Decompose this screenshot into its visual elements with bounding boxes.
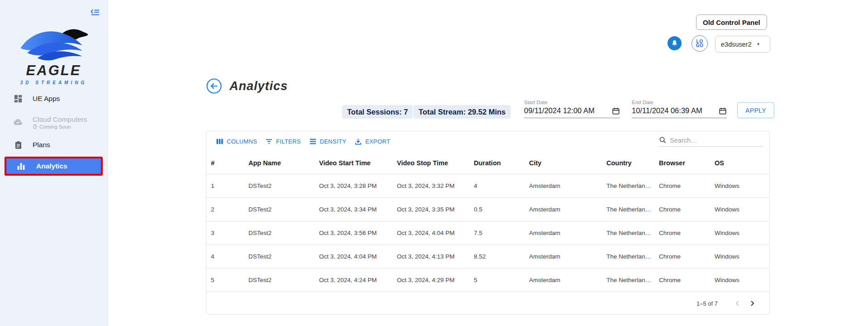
bar-chart-icon bbox=[15, 161, 26, 172]
eagle-logo-icon bbox=[17, 26, 91, 64]
start-date-field: Start Date 09/11/2024 12:00 AM bbox=[524, 100, 620, 118]
sidebar-item-plans[interactable]: Plans bbox=[0, 136, 108, 154]
clock-icon bbox=[33, 124, 38, 129]
previous-page-button[interactable] bbox=[730, 296, 745, 311]
page-header: Analytics bbox=[206, 78, 288, 94]
table-toolbar: COLUMNS FILTERS DENSIT bbox=[206, 131, 769, 152]
calendar-icon[interactable] bbox=[612, 107, 620, 115]
column-header[interactable]: Video Start Time bbox=[319, 159, 397, 167]
sidebar-item-analytics[interactable]: Analytics bbox=[5, 157, 103, 176]
sidebar-item-label: Cloud Computers bbox=[33, 115, 87, 123]
column-header[interactable]: Browser bbox=[659, 159, 715, 167]
username-label: e3dsuser2 bbox=[721, 41, 752, 48]
clipboard-icon bbox=[13, 139, 24, 150]
main-content: Old Control Panel LO GO e3dsuser2 ▾ bbox=[108, 0, 868, 326]
chevron-left-icon bbox=[734, 299, 742, 307]
page-title: Analytics bbox=[229, 79, 288, 93]
table-row[interactable]: 5 DSTest2 Oct 3, 2024, 4:24 PM Oct 3, 20… bbox=[206, 268, 769, 292]
brand-tagline: 3D STREAMING bbox=[14, 80, 94, 85]
sidebar-item-label: Plans bbox=[33, 141, 50, 149]
dashboard-grid-icon bbox=[13, 93, 24, 104]
table-row[interactable]: 4 DSTest2 Oct 3, 2024, 4:04 PM Oct 3, 20… bbox=[206, 245, 769, 268]
table-row[interactable]: 1 DSTest2 Oct 3, 2024, 3:28 PM Oct 3, 20… bbox=[206, 174, 769, 198]
sidebar: EAGLE 3D STREAMING UE Apps bbox=[0, 0, 108, 326]
sidebar-item-ue-apps[interactable]: UE Apps bbox=[0, 90, 108, 108]
pagination-range: 1–5 of 7 bbox=[696, 300, 718, 307]
account-logo-badge[interactable]: LO GO bbox=[692, 35, 708, 52]
columns-button[interactable]: COLUMNS bbox=[212, 135, 261, 148]
total-sessions-badge: Total Sessions: 7 bbox=[342, 105, 413, 119]
end-date-label: End Date bbox=[632, 100, 727, 105]
chevron-down-icon: ▾ bbox=[757, 41, 760, 47]
table-footer: 1–5 of 7 bbox=[206, 292, 769, 315]
next-page-button[interactable] bbox=[745, 296, 759, 311]
apply-button[interactable]: APPLY bbox=[737, 102, 774, 118]
sidebar-collapse-icon[interactable] bbox=[89, 7, 101, 19]
brand-name: EAGLE bbox=[14, 62, 94, 79]
download-icon bbox=[354, 138, 362, 145]
column-header[interactable]: OS bbox=[715, 159, 769, 167]
analytics-table-card: COLUMNS FILTERS DENSIT bbox=[206, 131, 770, 315]
end-date-field: End Date 10/11/2024 06:39 AM bbox=[632, 100, 727, 118]
column-header[interactable]: # bbox=[211, 159, 248, 167]
export-button[interactable]: EXPORT bbox=[350, 135, 394, 148]
bell-icon bbox=[671, 39, 678, 47]
search-box bbox=[659, 136, 763, 147]
old-control-panel-button[interactable]: Old Control Panel bbox=[696, 14, 767, 30]
column-header[interactable]: App Name bbox=[248, 159, 319, 167]
sidebar-item-cloud-computers: Cloud Computers Coming Soon bbox=[0, 111, 108, 133]
user-menu-dropdown[interactable]: e3dsuser2 ▾ bbox=[715, 36, 770, 53]
back-button[interactable] bbox=[206, 78, 222, 94]
end-date-input[interactable]: 10/11/2024 06:39 AM bbox=[632, 106, 727, 118]
sidebar-item-label: Analytics bbox=[36, 162, 67, 170]
density-icon bbox=[309, 138, 317, 145]
calendar-icon[interactable] bbox=[719, 107, 727, 115]
coming-soon-badge: Coming Soon bbox=[33, 124, 87, 129]
back-arrow-icon bbox=[206, 78, 222, 94]
column-header[interactable]: City bbox=[529, 159, 606, 167]
column-header[interactable]: Duration bbox=[474, 159, 529, 167]
columns-icon bbox=[216, 138, 224, 145]
search-icon bbox=[659, 136, 667, 144]
filter-icon bbox=[265, 138, 273, 145]
chevron-right-icon bbox=[748, 299, 756, 307]
column-header[interactable]: Video Stop Time bbox=[397, 159, 474, 167]
sidebar-item-label: UE Apps bbox=[33, 95, 60, 103]
table-header-row: # App Name Video Start Time Video Stop T… bbox=[206, 152, 769, 174]
start-date-input[interactable]: 09/11/2024 12:00 AM bbox=[524, 106, 620, 118]
total-stream-badge: Total Stream: 29.52 Mins bbox=[414, 105, 510, 119]
app-window: EAGLE 3D STREAMING UE Apps bbox=[0, 0, 868, 326]
search-input[interactable] bbox=[670, 137, 763, 144]
cloud-check-icon bbox=[13, 117, 24, 128]
brand-logo: EAGLE 3D STREAMING bbox=[14, 26, 94, 85]
filters-button[interactable]: FILTERS bbox=[261, 135, 305, 148]
start-date-label: Start Date bbox=[524, 100, 620, 105]
table-row[interactable]: 2 DSTest2 Oct 3, 2024, 3:34 PM Oct 3, 20… bbox=[206, 198, 769, 221]
notifications-button[interactable] bbox=[668, 36, 682, 50]
density-button[interactable]: DENSITY bbox=[305, 135, 350, 148]
column-header[interactable]: Country bbox=[606, 159, 659, 167]
table-row[interactable]: 3 DSTest2 Oct 3, 2024, 3:56 PM Oct 3, 20… bbox=[206, 221, 769, 245]
